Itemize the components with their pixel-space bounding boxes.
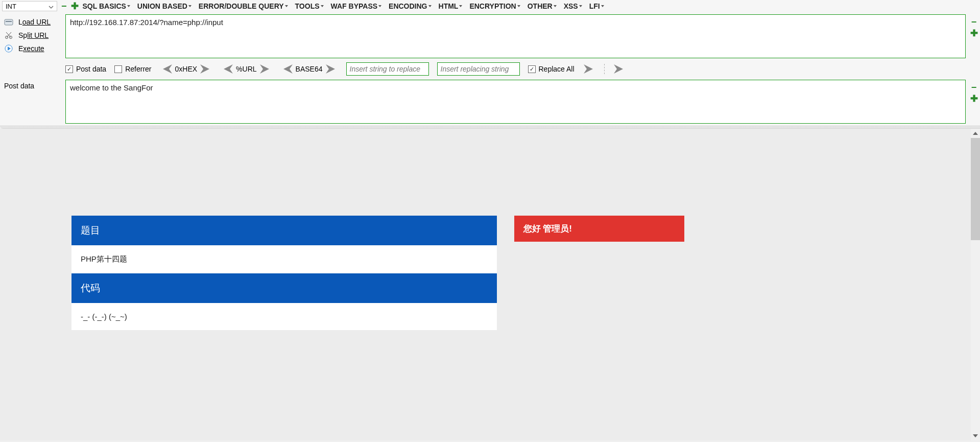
scrollbar[interactable] — [971, 129, 980, 440]
caret-icon — [428, 5, 432, 7]
chevron-left-icon — [160, 64, 173, 74]
chevron-down-icon — [49, 3, 54, 10]
svg-line-4 — [7, 32, 11, 37]
check-icon: ✓ — [67, 66, 71, 73]
caret-icon — [601, 5, 604, 7]
scroll-thumb[interactable] — [971, 138, 980, 240]
check-icon: ✓ — [530, 66, 534, 73]
int-select[interactable]: INT — [2, 1, 57, 11]
menu-waf-bypass[interactable]: WAF BYPASS — [331, 2, 382, 10]
url-input[interactable] — [65, 14, 966, 58]
svg-marker-13 — [326, 64, 335, 74]
hex-label: 0xHEX — [175, 65, 198, 73]
admin-panel: 您好 管理员! — [514, 216, 684, 330]
split-url-action[interactable]: Split URL — [0, 29, 65, 42]
chevron-left-icon — [221, 64, 234, 74]
referrer-label: Referrer — [125, 65, 151, 73]
chevron-right-icon — [325, 64, 338, 74]
post-data-label: Post data — [76, 65, 106, 73]
menu-encryption[interactable]: ENCRYPTION — [469, 2, 520, 10]
menu-bar: SQL BASICS UNION BASED ERROR/DOUBLE QUER… — [83, 2, 604, 10]
code-body: -_- (-_-) (~_~) — [71, 303, 497, 330]
minus-icon[interactable]: − — [61, 2, 67, 11]
plus-icon[interactable]: ✚ — [970, 94, 978, 103]
separator — [604, 64, 605, 74]
main-panel: 题目 PHP第十四题 代码 -_- (-_-) (~_~) — [71, 216, 497, 330]
menu-other[interactable]: OTHER — [528, 2, 557, 10]
chevron-right-icon[interactable] — [613, 64, 626, 74]
caret-icon — [378, 5, 381, 7]
menu-encoding[interactable]: ENCODING — [389, 2, 431, 10]
page-content-area: 题目 PHP第十四题 代码 -_- (-_-) (~_~) 您好 管理员! — [0, 129, 980, 440]
execute-label: Execute — [18, 44, 44, 53]
execute-action[interactable]: Execute — [0, 42, 65, 55]
caret-icon — [127, 5, 130, 7]
svg-marker-9 — [200, 64, 209, 74]
int-label: INT — [6, 3, 16, 10]
top-toolbar: INT − ✚ SQL BASICS UNION BASED ERROR/DOU… — [0, 0, 980, 12]
caret-icon — [188, 5, 192, 7]
svg-rect-0 — [5, 19, 13, 25]
scroll-down-button[interactable] — [971, 431, 980, 440]
svg-marker-8 — [163, 64, 172, 74]
caret-icon — [459, 5, 462, 7]
title-header: 题目 — [71, 216, 497, 245]
caret-icon — [579, 5, 582, 7]
chevron-right-icon — [259, 64, 272, 74]
chevron-left-icon — [280, 64, 294, 74]
admin-header: 您好 管理员! — [514, 216, 684, 242]
post-data-input[interactable] — [65, 80, 966, 124]
menu-sql-basics[interactable]: SQL BASICS — [83, 2, 130, 10]
menu-xss[interactable]: XSS — [564, 2, 582, 10]
scroll-up-button[interactable] — [971, 129, 980, 138]
arrow-down-icon — [973, 434, 978, 437]
svg-marker-15 — [614, 64, 623, 74]
url-row: Load URL Split URL Execute − ✚ — [0, 12, 980, 60]
post-data-checkbox[interactable]: ✓ Post data — [65, 65, 106, 73]
post-data-row: Post data − ✚ — [0, 78, 980, 126]
replace-from-input[interactable] — [346, 62, 429, 76]
caret-icon — [554, 5, 557, 7]
split-url-label: Split URL — [18, 31, 49, 39]
minus-icon[interactable]: − — [971, 83, 977, 92]
replace-all-checkbox[interactable]: ✓ Replace All — [528, 65, 575, 73]
scissors-icon — [4, 31, 13, 40]
url-enc-label: %URL — [236, 65, 256, 73]
title-body: PHP第十四题 — [71, 245, 497, 273]
load-url-action[interactable]: Load URL — [0, 15, 65, 29]
menu-union-based[interactable]: UNION BASED — [137, 2, 192, 10]
menu-tools[interactable]: TOOLS — [295, 2, 324, 10]
svg-rect-1 — [6, 21, 12, 22]
code-header: 代码 — [71, 273, 497, 303]
globe-icon — [4, 17, 13, 27]
menu-html[interactable]: HTML — [439, 2, 463, 10]
svg-marker-14 — [584, 64, 593, 74]
caret-icon — [517, 5, 520, 7]
base64-button[interactable]: BASE64 — [280, 64, 338, 74]
menu-error-double[interactable]: ERROR/DOUBLE QUERY — [199, 2, 288, 10]
url-enc-button[interactable]: %URL — [221, 64, 272, 74]
minus-icon[interactable]: − — [971, 17, 977, 27]
replace-to-input[interactable] — [437, 62, 520, 76]
base64-label: BASE64 — [296, 65, 323, 73]
referrer-checkbox[interactable]: Referrer — [114, 65, 151, 73]
arrow-up-icon — [973, 132, 978, 135]
menu-lfi[interactable]: LFI — [589, 2, 604, 10]
svg-line-5 — [6, 32, 11, 37]
left-actions: Load URL Split URL Execute — [0, 12, 65, 60]
chevron-right-icon[interactable] — [583, 64, 596, 74]
plus-icon[interactable]: ✚ — [970, 29, 978, 38]
chevron-right-icon — [199, 64, 212, 74]
post-data-section-label: Post data — [0, 78, 65, 126]
plus-icon[interactable]: ✚ — [71, 2, 79, 11]
load-url-label: Load URL — [18, 18, 51, 26]
svg-marker-11 — [260, 64, 269, 74]
hex-button[interactable]: 0xHEX — [160, 64, 213, 74]
caret-icon — [285, 5, 288, 7]
url-side-icons: − ✚ — [968, 12, 980, 60]
svg-marker-12 — [283, 64, 293, 74]
caret-icon — [321, 5, 324, 7]
options-row: ✓ Post data Referrer 0xHEX %URL BASE64 ✓… — [0, 60, 980, 78]
play-icon — [4, 44, 13, 53]
svg-marker-10 — [224, 64, 233, 74]
